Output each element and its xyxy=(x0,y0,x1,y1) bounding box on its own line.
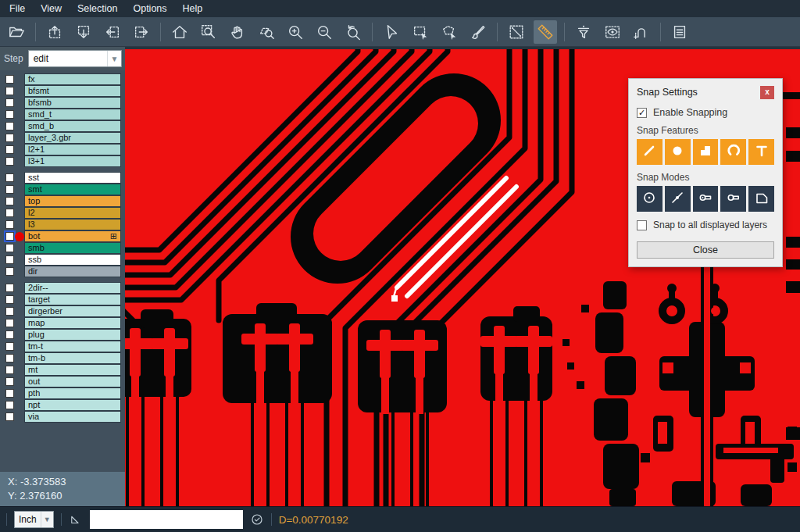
snap-mode-pad-center-button[interactable] xyxy=(693,186,719,212)
select-arrow-button[interactable] xyxy=(380,20,403,44)
measure-ruler-button[interactable] xyxy=(534,20,557,44)
layer-row-layer_3.gbr[interactable]: layer_3.gbr xyxy=(0,132,125,144)
zoom-object-button[interactable] xyxy=(255,20,278,44)
layer-row-npt[interactable]: npt xyxy=(0,399,125,411)
layer-visibility-checkbox[interactable] xyxy=(5,244,14,252)
layer-name[interactable]: mt xyxy=(24,364,121,376)
snap-mode-midpoint-button[interactable] xyxy=(665,186,691,212)
layer-row-tm-b[interactable]: tm-b xyxy=(0,352,125,364)
layer-row-smt[interactable]: smt xyxy=(0,184,125,195)
select-polygon-button[interactable] xyxy=(438,20,461,44)
layer-name[interactable]: l2 xyxy=(24,207,121,219)
layer-name[interactable]: target xyxy=(24,294,121,305)
layer-name[interactable]: via xyxy=(24,411,121,423)
layer-visibility-checkbox[interactable] xyxy=(5,366,14,374)
layer-name[interactable]: dirgerber xyxy=(24,305,121,317)
layer-name[interactable]: tm-b xyxy=(24,352,121,364)
dialog-titlebar[interactable]: Snap Settings x xyxy=(637,84,774,101)
snap-mode-center-button[interactable] xyxy=(637,186,662,212)
layer-row-l3+1[interactable]: l3+1 xyxy=(0,155,125,167)
layer-name[interactable]: top xyxy=(24,195,121,207)
step-select[interactable]: edit ▼ xyxy=(28,50,122,67)
layer-row-pth[interactable]: pth xyxy=(0,387,125,399)
nudge-right-button[interactable] xyxy=(130,20,153,44)
layer-visibility-checkbox[interactable] xyxy=(5,122,14,130)
layer-visibility-checkbox[interactable] xyxy=(5,307,14,316)
zoom-in-button[interactable] xyxy=(284,20,307,44)
layer-name[interactable]: plug xyxy=(24,329,121,341)
layer-name[interactable]: smd_b xyxy=(24,120,121,132)
pan-hand-button[interactable] xyxy=(226,20,249,44)
layer-grid-icon[interactable]: ⊞ xyxy=(110,232,117,241)
layer-visibility-checkbox[interactable] xyxy=(5,173,14,182)
layer-row-tm-t[interactable]: tm-t xyxy=(0,341,125,352)
layer-visibility-checkbox[interactable] xyxy=(5,295,14,304)
nudge-down-button[interactable] xyxy=(72,20,95,44)
dialog-close-x-button[interactable]: x xyxy=(760,86,774,99)
layer-name[interactable]: out xyxy=(24,376,121,387)
layer-visibility-checkbox[interactable] xyxy=(5,284,14,292)
layer-row-mt[interactable]: mt xyxy=(0,364,125,376)
layer-name[interactable]: bot⊞ xyxy=(24,230,121,242)
layer-visibility-checkbox[interactable] xyxy=(5,157,14,166)
layer-row-smb[interactable]: smb xyxy=(0,242,125,254)
layer-name[interactable]: smt xyxy=(24,184,121,195)
unit-select[interactable]: Inch ▼ xyxy=(14,511,54,528)
layer-name[interactable]: pth xyxy=(24,387,121,399)
menu-item-selection[interactable]: Selection xyxy=(70,2,125,16)
home-view-button[interactable] xyxy=(168,20,191,44)
layer-name[interactable]: dir xyxy=(24,266,121,277)
snap-feature-text-button[interactable] xyxy=(748,139,774,165)
menu-item-help[interactable]: Help xyxy=(175,2,211,16)
select-rectangle-button[interactable] xyxy=(409,20,432,44)
layer-row-sst[interactable]: sst xyxy=(0,172,125,184)
layer-name[interactable]: bfsmt xyxy=(24,85,121,97)
layer-visibility-checkbox[interactable] xyxy=(5,145,14,154)
snap-mode-pad-entry-button[interactable] xyxy=(720,186,746,212)
layer-name[interactable]: map xyxy=(24,317,121,329)
layer-name[interactable]: l2+1 xyxy=(24,144,121,155)
layer-row-fx[interactable]: fx xyxy=(0,73,125,85)
zoom-out-button[interactable] xyxy=(312,20,336,44)
layer-row-ssb[interactable]: ssb xyxy=(0,254,125,266)
menu-item-view[interactable]: View xyxy=(33,2,70,16)
layer-visibility-checkbox[interactable] xyxy=(5,185,14,194)
layer-visibility-checkbox[interactable] xyxy=(5,342,14,351)
layer-name[interactable]: bfsmb xyxy=(24,97,121,109)
layer-visibility-checkbox[interactable] xyxy=(5,232,14,241)
layer-name[interactable]: l3 xyxy=(24,219,121,230)
layer-row-dirgerber[interactable]: dirgerber xyxy=(0,305,125,317)
layer-row-dir[interactable]: dir xyxy=(0,266,125,277)
layer-row-l2+1[interactable]: l2+1 xyxy=(0,144,125,155)
layer-row-via[interactable]: via xyxy=(0,411,125,423)
layer-row-plug[interactable]: plug xyxy=(0,329,125,341)
layer-row-out[interactable]: out xyxy=(0,376,125,387)
snap-feature-surface-button[interactable] xyxy=(693,139,719,165)
close-button[interactable]: Close xyxy=(637,241,774,259)
layer-visibility-checkbox[interactable] xyxy=(5,110,14,119)
layer-row-target[interactable]: target xyxy=(0,294,125,305)
snap-settings-button[interactable] xyxy=(630,20,653,44)
nudge-up-button[interactable] xyxy=(43,20,66,44)
snap-all-layers-row[interactable]: Snap to all displayed layers xyxy=(637,220,774,230)
layer-name[interactable]: layer_3.gbr xyxy=(24,132,121,144)
layer-visibility-checkbox[interactable] xyxy=(5,377,14,386)
layer-name[interactable]: tm-t xyxy=(24,341,121,352)
layer-visibility-checkbox[interactable] xyxy=(5,209,14,217)
zoom-previous-button[interactable] xyxy=(341,20,365,44)
layer-name[interactable]: l3+1 xyxy=(24,155,121,167)
layer-visibility-checkbox[interactable] xyxy=(5,401,14,409)
layer-row-smd_t[interactable]: smd_t xyxy=(0,109,125,120)
enable-snapping-checkbox[interactable]: ✓ xyxy=(637,108,647,118)
open-folder-button[interactable] xyxy=(5,20,28,44)
layer-visibility-checkbox[interactable] xyxy=(5,87,14,95)
layer-visibility-checkbox[interactable] xyxy=(5,197,14,205)
layer-row-top[interactable]: top xyxy=(0,195,125,207)
command-input[interactable] xyxy=(90,510,243,529)
layer-name[interactable]: smd_t xyxy=(24,109,121,120)
snap-feature-line-button[interactable] xyxy=(637,139,662,165)
enable-snapping-row[interactable]: ✓ Enable Snapping xyxy=(637,107,774,118)
layer-name[interactable]: npt xyxy=(24,399,121,411)
layer-row-map[interactable]: map xyxy=(0,317,125,329)
layer-row-bfsmt[interactable]: bfsmt xyxy=(0,85,125,97)
